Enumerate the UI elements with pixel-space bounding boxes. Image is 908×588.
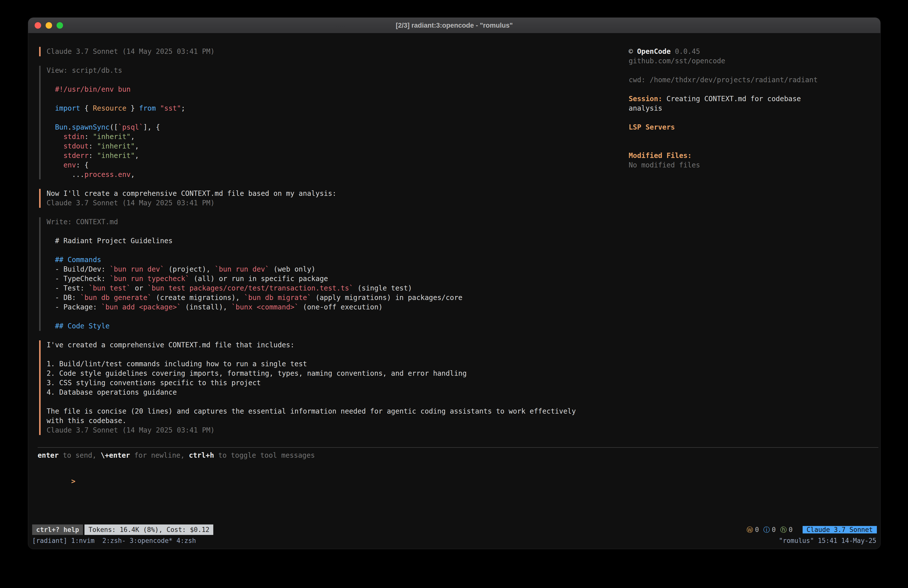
text-span: # Radiant Project Guidelines [47,237,173,245]
text-span [156,104,160,112]
text-span: env [63,161,76,169]
text-span: Write: CONTEXT.md [47,218,118,226]
tmux-session-info: "romulus" 15:41 14-May-25 [779,537,876,549]
terminal-line: - Build/Dev: `bun run dev` (project), `b… [47,264,629,274]
text-span: (single test) [353,284,412,292]
terminal-line [47,246,629,255]
text-span: "inherit" [97,142,135,150]
text-span: analysis [629,104,662,112]
prompt-input[interactable]: > [38,467,878,496]
text-span: . [68,123,72,131]
terminal-line: Claude 3.7 Sonnet (14 May 2025 03:41 PM) [47,47,629,56]
terminal-line [47,397,629,407]
terminal-line: github.com/sst/opencode [629,56,873,66]
sidebar: © OpenCode 0.0.45github.com/sst/opencode… [629,33,881,447]
text-span: with this codebase. [47,417,126,425]
terminal-line: 4. Database operations guidance [47,388,629,397]
terminal-line: Write: CONTEXT.md [47,217,629,227]
text-span: OpenCode [637,47,671,56]
text-span: - Package: [47,303,101,311]
terminal-line [47,227,629,236]
text-span: , [135,151,139,160]
text-span: } [126,104,139,112]
text-span: enter [38,451,58,459]
text-span: `bun run dev` [109,265,164,273]
text-span: : { [76,161,89,169]
input-section: enter to send, \+enter for newline, ctrl… [38,447,878,524]
text-span: `bun run typecheck` [109,275,189,283]
info-icon: ⓘ [763,525,770,534]
text-span: ([ [109,123,118,131]
text-span: , [130,132,135,141]
text-span: Modified Files: [629,151,692,160]
terminal-line [629,66,873,75]
terminal-line: No modified files [629,161,873,170]
terminal-line [629,85,873,94]
text-span: ## Code Style [47,322,109,330]
text-span: \+enter [101,451,130,459]
text-span: Resource [93,104,126,112]
text-span: Bun [55,123,68,131]
close-button[interactable] [35,22,41,29]
terminal-line: Session: Creating CONTEXT.md for codebas… [629,94,873,104]
terminal-line: - Package: `bun add <package>` (install)… [47,303,629,312]
terminal-line [47,75,629,85]
message-block: Claude 3.7 Sonnet (14 May 2025 03:41 PM) [39,47,629,56]
message-block: I've created a comprehensive CONTEXT.md … [39,340,629,435]
text-span: or [130,284,147,292]
text-span: 3. CSS styling conventions specific to t… [47,379,261,387]
text-span: , [135,142,139,150]
status-left: ctrl+? help Tokens: 16.4K (8%), Cost: $0… [32,524,213,535]
text-span: 1. Build/lint/test commands including ho… [47,360,307,368]
terminal-line: with this codebase. [47,416,629,425]
message-block: Write: CONTEXT.md # Radiant Project Guid… [39,217,629,331]
text-span: import [55,104,80,112]
text-span: to toggle tool messages [214,451,315,459]
text-span: The file is concise (20 lines) and captu… [47,407,576,415]
terminal-line: ## Commands [47,255,629,264]
text-span: `bun run dev` [214,265,269,273]
text-span [47,151,63,160]
terminal-line [47,113,629,122]
text-span: `bun add <package>` [101,303,181,311]
tmux-windows[interactable]: [radiant] 1:nvim 2:zsh- 3:opencode* 4:zs… [32,537,196,549]
terminal-line [47,94,629,104]
minimize-button[interactable] [46,22,52,29]
text-span: `bunx <command>` [232,303,299,311]
terminal-line [629,113,873,122]
terminal-line: ## Code Style [47,321,629,331]
text-span: ], { [143,123,160,131]
window-titlebar[interactable]: [2/3] radiant:3:opencode - "romulus" [28,18,881,33]
text-span: : [84,132,93,141]
zoom-button[interactable] [56,22,63,29]
terminal-line: Now I'll create a comprehensive CONTEXT.… [47,189,629,198]
text-span: "inherit" [93,132,130,141]
tokens-cost-badge: Tokens: 16.4K (8%), Cost: $0.12 [84,524,213,535]
terminal-line: - TypeCheck: `bun run typecheck` (all) o… [47,274,629,284]
text-span: (one-off execution) [298,303,383,311]
text-span: (all) or run in specific package [189,275,328,283]
terminal-line: Bun.spawnSync([`psql`], { [47,122,629,132]
text-span: © [629,47,637,56]
message-block: View: script/db.ts #!/usr/bin/env bun im… [39,66,629,179]
terminal-line: - DB: `bun db generate` (create migratio… [47,293,629,303]
text-span: "sst" [160,104,181,112]
text-span: cwd: /home/thdxr/dev/projects/radiant/ra… [629,76,818,84]
terminal-line [47,312,629,321]
text-span [47,161,63,169]
text-span: (install), [181,303,231,311]
terminal-line: import { Resource } from "sst"; [47,104,629,113]
terminal-line: ...process.env, [47,170,629,179]
text-span: - Test: [47,284,89,292]
terminal-line: I've created a comprehensive CONTEXT.md … [47,340,629,350]
text-span: `psql` [118,123,143,131]
text-span: "inherit" [97,151,135,160]
terminal-line: © OpenCode 0.0.45 [629,47,873,56]
terminal-line: stdin: "inherit", [47,132,629,142]
terminal-line: 1. Build/lint/test commands including ho… [47,359,629,369]
text-span: No modified files [629,161,700,169]
text-span: `bun db generate` [80,293,152,302]
text-span: 4. Database operations guidance [47,388,177,396]
info-count: 0 [772,526,776,533]
text-span: ... [72,171,84,179]
